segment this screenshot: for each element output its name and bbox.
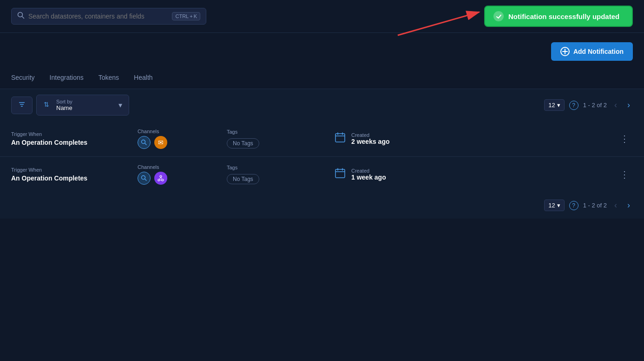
bottom-page-size-select[interactable]: 12 ▾ [544,200,564,211]
svg-point-18 [158,179,160,181]
tags-col-1: Tags No Tags [227,129,320,148]
svg-point-19 [162,179,164,181]
search-channel-icon [138,136,151,149]
search-box[interactable]: CTRL + K [11,8,206,25]
svg-line-1 [22,17,24,19]
tags-badge-2: No Tags [227,174,259,184]
help-icon[interactable]: ? [569,101,578,110]
bottom-prev-page-button[interactable]: ‹ [611,200,620,211]
bottom-pagination-info: 1 - 2 of 2 [583,202,607,209]
trigger-col-2: Trigger When An Operation Completes [11,167,123,182]
svg-text:⇅: ⇅ [44,101,49,108]
sort-by-value: Name [56,104,72,111]
svg-line-22 [161,177,162,179]
svg-rect-12 [335,134,345,142]
svg-point-20 [160,175,162,177]
email-channel-icon: ✉ [154,136,167,149]
svg-line-17 [145,179,147,181]
trigger-label-1: Trigger When [11,131,123,137]
controls-left: ⇅ Sort by Name ▾ [11,95,129,116]
sort-icon: ⇅ [43,100,52,110]
channels-label-2: Channels [138,164,212,170]
channels-label-1: Channels [138,129,212,134]
add-circle-icon [560,47,570,56]
search-input[interactable] [28,13,168,20]
trigger-value-2: An Operation Completes [11,174,123,182]
trigger-value-1: An Operation Completes [11,139,123,146]
sort-label-group: Sort by Name [56,99,72,111]
svg-line-11 [145,143,147,145]
table-row: Trigger When An Operation Completes Chan… [0,121,644,157]
bottom-page-size-chevron-icon: ▾ [557,202,560,209]
controls-right: 12 ▾ ? 1 - 2 of 2 ‹ › [544,99,633,111]
table-row: Trigger When An Operation Completes Chan… [0,157,644,192]
tags-label-2: Tags [227,165,320,170]
tags-label-1: Tags [227,129,320,135]
more-options-button-1[interactable]: ⋮ [616,131,633,146]
sort-by-label: Sort by [56,99,72,104]
nav-tabs: Security Integrations Tokens Health [0,68,644,89]
created-text-2: Created 1 week ago [351,168,386,181]
controls-bar: ⇅ Sort by Name ▾ 12 ▾ ? 1 - 2 of 2 ‹ › [0,89,644,121]
tab-integrations[interactable]: Integrations [50,74,84,83]
svg-rect-24 [335,169,345,178]
top-bar: CTRL + K Notification successfully updat… [0,0,644,33]
bottom-pagination: 12 ▾ ? 1 - 2 of 2 ‹ › [0,192,644,219]
calendar-icon-2 [335,168,346,181]
calendar-icon-1 [335,132,346,146]
sort-dropdown[interactable]: ⇅ Sort by Name ▾ [36,95,129,116]
add-notification-button[interactable]: Add Notification [551,42,633,61]
filter-button[interactable] [11,97,33,114]
page-size-select[interactable]: 12 ▾ [544,99,564,111]
add-notification-row: Add Notification [0,33,644,68]
trigger-label-2: Trigger When [11,167,123,173]
webhook-channel-icon [154,172,167,185]
search-channel-icon-2 [138,172,151,185]
sort-chevron-icon: ▾ [118,101,122,110]
next-page-button[interactable]: › [624,99,633,111]
success-banner: Notification successfully updated [484,6,633,27]
created-text-1: Created 2 weeks ago [351,132,390,145]
notifications-list: Trigger When An Operation Completes Chan… [0,121,644,192]
bottom-help-icon[interactable]: ? [569,201,578,210]
tags-badge-1: No Tags [227,138,259,148]
channels-col-1: Channels ✉ [138,129,212,149]
page-size-chevron-icon: ▾ [557,102,560,109]
svg-line-21 [160,177,161,179]
created-col-1: Created 2 weeks ago [335,132,601,146]
bottom-next-page-button[interactable]: › [624,200,633,211]
filter-icon [18,101,26,110]
success-check-icon [493,11,504,21]
channels-col-2: Channels [138,164,212,185]
success-message: Notification successfully updated [508,13,619,20]
channel-icons-2 [138,172,212,185]
more-options-button-2[interactable]: ⋮ [616,167,633,182]
prev-page-button[interactable]: ‹ [611,99,620,111]
trigger-col-1: Trigger When An Operation Completes [11,131,123,146]
pagination-info: 1 - 2 of 2 [583,102,607,109]
search-icon [17,12,25,21]
channel-icons-1: ✉ [138,136,212,149]
tab-security[interactable]: Security [11,74,35,83]
tags-col-2: Tags No Tags [227,165,320,184]
search-shortcut: CTRL + K [172,12,200,20]
tab-tokens[interactable]: Tokens [99,74,119,83]
tab-health[interactable]: Health [134,74,152,83]
created-col-2: Created 1 week ago [335,168,601,181]
